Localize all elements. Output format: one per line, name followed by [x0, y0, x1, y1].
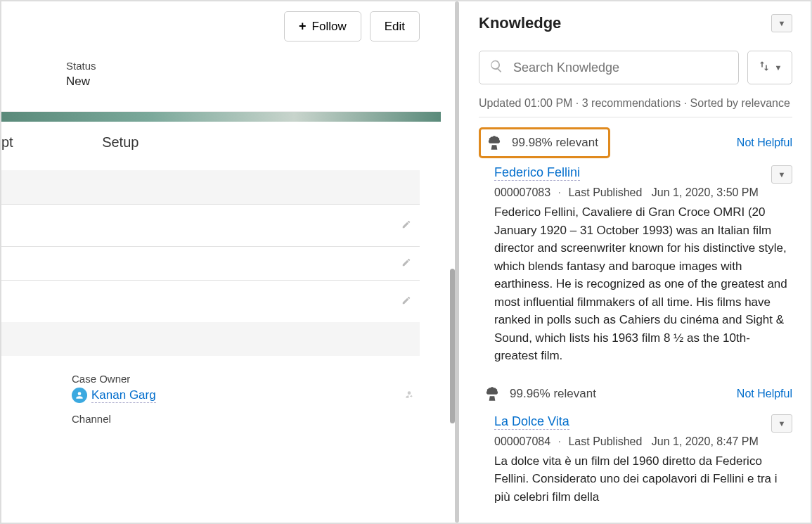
einstein-icon: [483, 385, 501, 403]
article-title-link[interactable]: Federico Fellini: [494, 165, 580, 181]
article-meta: 000007083 · Last Published Jun 1, 2020, …: [494, 186, 792, 199]
relevance-text: 99.96% relevant: [510, 387, 596, 401]
article-menu-button[interactable]: ▼: [771, 165, 792, 184]
tab-cutoff[interactable]: pt: [1, 134, 13, 151]
follow-label: Follow: [312, 20, 347, 34]
article-published-label: Last Published: [568, 186, 642, 198]
pencil-icon[interactable]: [401, 295, 411, 307]
article-description: Federico Fellini, Cavaliere di Gran Croc…: [494, 203, 792, 365]
chevron-down-icon: ▼: [775, 63, 782, 72]
article-description: La dolce vita è un film del 1960 diretto…: [494, 452, 792, 506]
field-row[interactable]: [1, 280, 420, 322]
pencil-icon[interactable]: [401, 219, 411, 231]
knowledge-title: Knowledge: [479, 14, 561, 32]
article-meta: 000007084 · Last Published Jun 1, 2020, …: [494, 435, 792, 448]
relevance-badge: 99.96% relevant: [479, 381, 606, 407]
field-row[interactable]: [1, 322, 420, 356]
article-published-date: Jun 1, 2020, 8:47 PM: [652, 435, 759, 447]
einstein-icon: [485, 134, 503, 152]
edit-button[interactable]: Edit: [370, 11, 420, 41]
status-label: Status: [66, 60, 427, 72]
field-row[interactable]: [1, 246, 420, 280]
status-block: Status New: [1, 41, 427, 101]
case-owner-link[interactable]: Kanan Garg: [91, 388, 156, 403]
fields-area: [1, 151, 441, 356]
status-value: New: [66, 75, 427, 89]
panel-divider[interactable]: [441, 1, 466, 523]
pencil-icon[interactable]: [401, 257, 411, 269]
knowledge-meta: Updated 01:00 PM · 3 recommendations · S…: [479, 97, 792, 110]
case-owner-label: Case Owner: [72, 373, 420, 385]
article-published-date: Jun 1, 2020, 3:50 PM: [652, 186, 759, 198]
search-icon: [489, 59, 503, 76]
field-row[interactable]: [1, 170, 420, 204]
edit-label: Edit: [385, 20, 405, 34]
avatar-icon: [72, 388, 87, 403]
not-helpful-link[interactable]: Not Helpful: [737, 388, 792, 400]
sort-icon: [758, 60, 771, 75]
knowledge-menu-button[interactable]: ▼: [771, 14, 792, 32]
knowledge-article: 99.98% relevant Not Helpful Federico Fel…: [479, 127, 792, 365]
article-id: 000007083: [494, 186, 550, 198]
knowledge-search-box[interactable]: [479, 51, 739, 84]
article-menu-button[interactable]: ▼: [771, 414, 792, 433]
plus-icon: +: [299, 19, 307, 34]
knowledge-search-input[interactable]: [513, 60, 728, 75]
tab-setup[interactable]: Setup: [47, 134, 138, 151]
relevance-text: 99.98% relevant: [512, 136, 598, 150]
follow-button[interactable]: + Follow: [284, 11, 361, 41]
knowledge-article: 99.96% relevant Not Helpful La Dolce Vit…: [479, 381, 792, 506]
article-title-link[interactable]: La Dolce Vita: [494, 414, 569, 430]
article-id: 000007084: [494, 435, 550, 447]
knowledge-panel: Knowledge ▼ ▼ Updated 01:00 PM · 3 recom…: [466, 1, 811, 523]
case-owner-row: Kanan Garg: [72, 388, 420, 403]
relevance-badge-highlighted: 99.98% relevant: [479, 127, 610, 158]
divider-bar: [455, 1, 459, 523]
not-helpful-link[interactable]: Not Helpful: [737, 136, 792, 149]
scrollbar-thumb[interactable]: [450, 269, 455, 423]
tab-row: pt Setup: [1, 122, 441, 151]
separator: [479, 117, 792, 117]
case-owner-section: Case Owner Kanan Garg Channel: [1, 356, 441, 425]
channel-label: Channel: [72, 413, 420, 425]
case-panel: + Follow Edit Status New pt Setup: [1, 1, 441, 523]
article-published-label: Last Published: [568, 435, 642, 447]
case-header: + Follow Edit Status New: [1, 1, 441, 112]
field-row[interactable]: [1, 204, 420, 246]
change-owner-icon[interactable]: [404, 390, 420, 402]
banner-strip: [1, 112, 441, 122]
sort-button[interactable]: ▼: [747, 51, 792, 84]
